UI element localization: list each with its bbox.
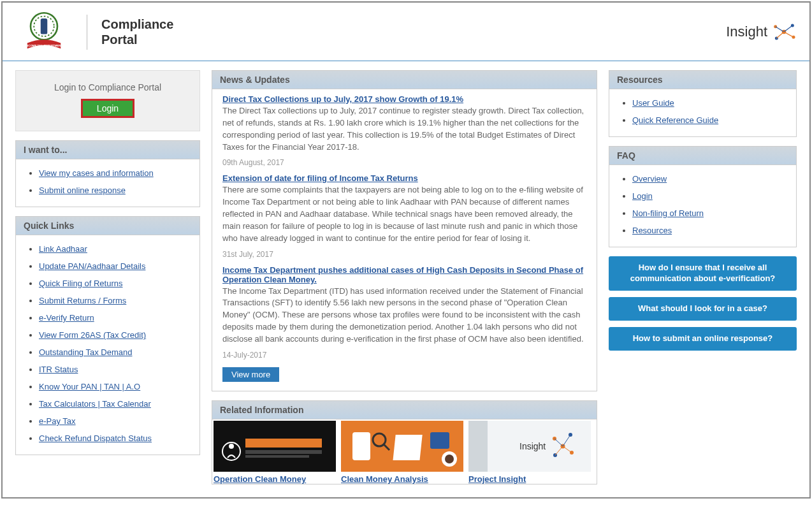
news-date: 31st July, 2017	[222, 250, 586, 259]
panel-title: Resources	[609, 71, 796, 89]
svg-line-9	[776, 27, 784, 32]
related-thumbnail[interactable]	[214, 421, 336, 472]
related-link[interactable]: Operation Clean Money	[214, 474, 306, 484]
svg-rect-17	[245, 450, 322, 454]
panel-title: Quick Links	[16, 217, 199, 235]
quick-links-panel: Quick Links Link Aadhaar Update PAN/Aadh…	[15, 216, 200, 455]
portal-title: Compliance Portal	[101, 17, 173, 47]
login-button[interactable]: Login	[81, 99, 134, 118]
quick-link[interactable]: e-Verify Return	[39, 313, 94, 323]
insight-logo: Insight	[726, 20, 797, 43]
news-item: Extension of date for filing of Income T…	[222, 173, 586, 258]
svg-rect-16	[245, 439, 322, 448]
svg-rect-23	[393, 435, 422, 460]
svg-rect-24	[430, 432, 449, 449]
news-title-link[interactable]: Extension of date for filing of Income T…	[222, 173, 418, 183]
login-box-title: Login to Compliance Portal	[22, 82, 193, 92]
iwt-link[interactable]: Submit online response	[39, 186, 126, 195]
svg-text:INCOME TAX DEPARTMENT: INCOME TAX DEPARTMENT	[25, 44, 63, 47]
svg-rect-18	[245, 455, 309, 458]
i-want-to-panel: I want to... View my cases and informati…	[15, 140, 200, 207]
insight-icon	[771, 20, 797, 43]
left-column: Login to Compliance Portal Login I want …	[15, 70, 200, 464]
svg-point-26	[445, 455, 454, 463]
help-button[interactable]: What should I look for in a case?	[609, 297, 797, 321]
svg-rect-28	[468, 421, 488, 472]
faq-link[interactable]: Resources	[632, 226, 672, 235]
news-date: 09th August, 2017	[222, 158, 586, 167]
iwt-link[interactable]: View my cases and information	[39, 168, 154, 178]
divider	[87, 15, 87, 50]
resources-panel: Resources User Guide Quick Reference Gui…	[609, 70, 797, 137]
related-thumbnail[interactable]: Insight	[468, 421, 591, 472]
resource-link[interactable]: Quick Reference Guide	[632, 115, 718, 125]
quick-link[interactable]: e-Pay Tax	[39, 416, 76, 426]
news-title-link[interactable]: Direct Tax Collections up to July, 2017 …	[222, 94, 463, 104]
quick-link[interactable]: Submit Returns / Forms	[39, 296, 126, 305]
svg-line-11	[784, 32, 794, 37]
login-box: Login to Compliance Portal Login	[15, 70, 200, 131]
news-title-link[interactable]: Income Tax Department pushes additional …	[222, 265, 586, 284]
faq-link[interactable]: Login	[632, 191, 653, 201]
related-link[interactable]: Project Insight	[468, 474, 526, 484]
page-frame: INCOME TAX DEPARTMENT Compliance Portal …	[1, 1, 811, 499]
insight-label: Insight	[726, 24, 767, 40]
svg-line-10	[784, 25, 792, 32]
svg-line-12	[776, 32, 784, 38]
view-more-button[interactable]: View more	[222, 367, 279, 382]
svg-text:Insight: Insight	[519, 441, 546, 451]
faq-link[interactable]: Non-filing of Return	[632, 208, 704, 218]
related-card: Operation Clean Money	[214, 421, 336, 484]
header: INCOME TAX DEPARTMENT Compliance Portal …	[3, 3, 809, 61]
related-card: Clean Money Analysis	[341, 421, 463, 484]
logo-wrap: INCOME TAX DEPARTMENT Compliance Portal	[15, 10, 173, 54]
news-item: Income Tax Department pushes additional …	[222, 265, 586, 360]
news-desc: The Direct Tax collections up to July, 2…	[222, 105, 586, 153]
related-panel: Related Information	[212, 400, 597, 484]
faq-panel: FAQ Overview Login Non-filing of Return …	[609, 146, 797, 247]
related-thumbnail[interactable]	[341, 421, 463, 472]
help-button[interactable]: How do I ensure that I receive all commu…	[609, 256, 797, 291]
news-desc: There are some complaints that the taxpa…	[222, 184, 586, 244]
quick-link[interactable]: View Form 26AS (Tax Credit)	[39, 330, 146, 340]
quick-link[interactable]: Quick Filing of Returns	[39, 279, 123, 288]
related-link[interactable]: Clean Money Analysis	[341, 474, 428, 484]
news-date: 14-July-2017	[222, 351, 586, 360]
quick-link[interactable]: Know Your PAN | TAN | A.O	[39, 382, 140, 391]
related-card: Insight	[468, 421, 591, 484]
related-row: Operation Clean Money	[212, 419, 597, 484]
news-item: Direct Tax Collections up to July, 2017 …	[222, 94, 586, 167]
news-desc: The Income Tax Department (ITD) has used…	[222, 286, 586, 346]
panel-title: Related Information	[212, 401, 597, 419]
quick-link[interactable]: Link Aadhaar	[39, 244, 87, 254]
center-column: News & Updates Direct Tax Collections up…	[212, 70, 597, 484]
help-button[interactable]: How to submit an online response?	[609, 327, 797, 351]
quick-link[interactable]: ITR Status	[39, 365, 78, 374]
resource-link[interactable]: User Guide	[632, 98, 674, 108]
quick-link[interactable]: Tax Calculators | Tax Calendar	[39, 399, 151, 409]
gov-emblem-icon: INCOME TAX DEPARTMENT	[15, 10, 73, 54]
panel-title: News & Updates	[212, 71, 597, 89]
panel-title: I want to...	[16, 141, 199, 159]
right-column: Resources User Guide Quick Reference Gui…	[609, 70, 797, 357]
news-panel: News & Updates Direct Tax Collections up…	[212, 70, 597, 391]
body-grid: Login to Compliance Portal Login I want …	[3, 61, 809, 497]
svg-rect-20	[352, 432, 370, 460]
faq-link[interactable]: Overview	[632, 174, 667, 184]
svg-rect-2	[41, 18, 48, 34]
quick-link[interactable]: Outstanding Tax Demand	[39, 347, 132, 357]
svg-point-6	[792, 36, 795, 39]
panel-title: FAQ	[609, 147, 796, 165]
quick-link[interactable]: Check Refund Dispatch Status	[39, 433, 152, 443]
svg-point-15	[229, 444, 234, 449]
quick-link[interactable]: Update PAN/Aadhaar Details	[39, 261, 145, 271]
